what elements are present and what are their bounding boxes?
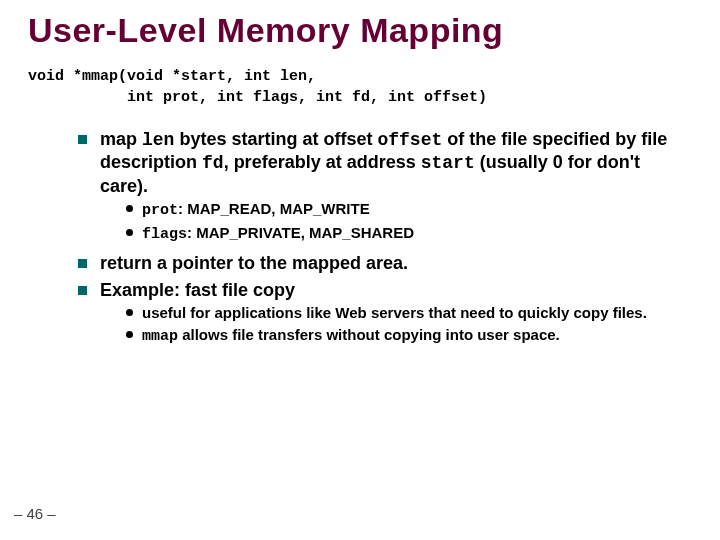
bullet-1: map len bytes starting at offset offset … [78,128,692,245]
b3s2-code: mmap [142,328,178,345]
bullet-3-sub-2: mmap allows file transfers without copyi… [126,325,692,347]
sig-line1: void *mmap(void *start, int len, [28,68,316,85]
slide: User-Level Memory Mapping void *mmap(voi… [0,0,720,540]
b1-text-mid1: bytes starting at offset [174,129,377,149]
page-title: User-Level Memory Mapping [28,12,692,49]
b1-code-offset: offset [377,130,442,150]
bullet-list: map len bytes starting at offset offset … [28,128,692,347]
b1s2-text: : MAP_PRIVATE, MAP_SHARED [187,224,414,241]
b1s1-text: : MAP_READ, MAP_WRITE [178,200,370,217]
b1-code-len: len [142,130,174,150]
b1-text-mid3: , preferably at address [224,152,421,172]
sig-line2: int prot, int flags, int fd, int offset) [28,89,487,106]
b3-text: Example: fast file copy [100,280,295,300]
b3s2-text: allows file transfers without copying in… [178,326,560,343]
function-signature: void *mmap(void *start, int len, int pro… [28,67,692,108]
bullet-1-sub-1: prot: MAP_READ, MAP_WRITE [126,199,692,221]
b1s1-code: prot [142,202,178,219]
bullet-1-sublist: prot: MAP_READ, MAP_WRITE flags: MAP_PRI… [100,199,692,244]
bullet-3-sublist: useful for applications like Web servers… [100,303,692,346]
b1s2-code: flags [142,226,187,243]
b1-code-fd: fd [202,153,224,173]
bullet-2: return a pointer to the mapped area. [78,252,692,275]
page-number: – 46 – [14,505,56,522]
b1-text-pre: map [100,129,142,149]
bullet-1-sub-2: flags: MAP_PRIVATE, MAP_SHARED [126,223,692,245]
b1-code-start: start [421,153,475,173]
bullet-3-sub-1: useful for applications like Web servers… [126,303,692,323]
bullet-3: Example: fast file copy useful for appli… [78,279,692,347]
